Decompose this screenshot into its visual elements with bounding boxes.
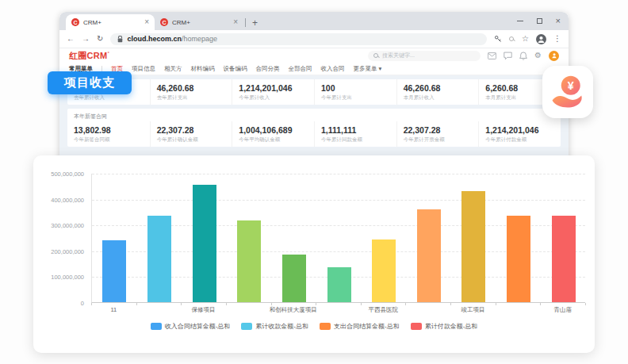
x-axis-tick — [136, 303, 137, 305]
maximize-icon[interactable] — [537, 18, 542, 24]
browser-tab-inactive[interactable]: C CRM+ × — [155, 14, 243, 30]
bar-6[interactable] — [372, 239, 396, 302]
x-tick-label: 保修项目 — [192, 306, 216, 314]
toolbar-icons: ☆ ⋮ — [494, 34, 561, 44]
y-tick-label: 0 — [33, 300, 84, 307]
legend-label: 支出合同结算金额-总和 — [334, 322, 400, 331]
tab-separator — [245, 18, 246, 27]
url-text: cloud.hecom.cn/homepage — [127, 35, 217, 43]
legend-label: 累计付款金额-总和 — [425, 322, 478, 331]
mail-icon[interactable] — [488, 52, 496, 59]
x-tick-label: 青山庙 — [553, 306, 572, 314]
legend-label: 累计收款金额-总和 — [255, 322, 308, 331]
bar-10[interactable] — [552, 216, 576, 302]
stat-label: 今年累计付款金额 — [485, 136, 554, 144]
bar-8[interactable] — [461, 191, 485, 302]
close-tab-icon[interactable]: × — [233, 18, 238, 26]
user-avatar[interactable] — [549, 51, 559, 61]
back-icon[interactable]: ← — [67, 35, 75, 43]
stat-label: 今年累计回款金额 — [321, 136, 390, 144]
search-placeholder: 搜索关键字... — [382, 52, 415, 59]
x-tick-label: 平西县医院 — [368, 306, 398, 314]
bar-7[interactable] — [417, 209, 441, 302]
reload-icon[interactable]: ↻ — [97, 35, 103, 43]
address-bar[interactable]: cloud.hecom.cn/homepage — [110, 33, 487, 45]
legend-swatch — [241, 323, 252, 330]
stat-label: 去年累计支出 — [157, 94, 226, 102]
crm-search-input[interactable]: 搜索关键字... — [368, 51, 481, 61]
stat-label: 今年累计支出 — [321, 94, 390, 102]
legend-item-1[interactable]: 累计收款金额-总和 — [241, 322, 308, 331]
lock-icon — [117, 36, 123, 43]
stat-cell-2: 1,004,106,689今年平均确认金额 — [232, 121, 314, 147]
nav-item-8[interactable]: 收入合同 — [321, 65, 345, 73]
project-income-expense-badge: 项目收支 — [48, 71, 132, 94]
stat-cell-2: 1,214,201,046今年累计收入 — [232, 79, 314, 105]
nav-item-5[interactable]: 设备编码 — [224, 65, 247, 73]
stat-label: 今年累计确认金额 — [157, 136, 226, 144]
y-tick-label: 400,000,000 — [33, 197, 84, 204]
window-close-icon[interactable]: × — [556, 17, 561, 25]
legend-item-3[interactable]: 累计付款金额-总和 — [411, 322, 478, 331]
bar-9[interactable] — [507, 216, 530, 302]
x-axis-tick — [540, 303, 541, 305]
bar-4[interactable] — [282, 255, 306, 302]
x-tick-label: 竣工项目 — [461, 306, 484, 314]
forward-icon[interactable]: → — [82, 35, 90, 43]
stat-value: 13,802.98 — [74, 125, 144, 135]
stat-label: 本月累计收入 — [404, 94, 473, 102]
browser-toolbar: ← → ↻ cloud.hecom.cn/homepage ☆ — [59, 30, 569, 48]
stat-label: 今年平均确认金额 — [239, 136, 308, 144]
legend-item-0[interactable]: 收入合同结算金额-总和 — [151, 322, 231, 331]
bookmark-star-icon[interactable]: ☆ — [522, 35, 529, 43]
nav-item-3[interactable]: 相关方 — [164, 65, 182, 73]
browser-window: C CRM+ × C CRM+ × + × ← → ↻ — [59, 12, 569, 168]
window-controls: × — [517, 12, 561, 30]
bar-2[interactable] — [193, 185, 216, 302]
browser-tab-active[interactable]: C CRM+ × — [66, 14, 155, 30]
legend-item-2[interactable]: 支出合同结算金额-总和 — [320, 322, 400, 331]
bell-icon[interactable] — [519, 52, 527, 60]
stat-value: 1,214,201,046 — [485, 125, 554, 135]
nav-item-4[interactable]: 材料编码 — [191, 65, 215, 73]
bar-0[interactable] — [102, 240, 126, 302]
browser-menu-icon[interactable]: ⋮ — [553, 35, 561, 43]
browser-tab-bar: C CRM+ × C CRM+ × + × — [59, 12, 569, 30]
stat-value: 46,260.68 — [157, 83, 226, 93]
profile-avatar-icon[interactable] — [536, 34, 546, 44]
chart-legend: 收入合同结算金额-总和累计收款金额-总和支出合同结算金额-总和累计付款金额-总和 — [33, 322, 595, 331]
settings-gear-icon[interactable]: ⚙ — [534, 52, 542, 59]
search-zoom-icon[interactable] — [509, 36, 515, 42]
stat-cell-4: 22,307.28今年累计开票金额 — [396, 121, 479, 147]
bar-3[interactable] — [237, 220, 261, 302]
nav-item-6[interactable]: 合同分类 — [256, 65, 280, 73]
stat-label: 今年累计开票金额 — [404, 136, 473, 144]
stat-label: 今年累计收入 — [239, 94, 308, 102]
x-axis-tick — [271, 303, 272, 305]
key-icon[interactable] — [494, 35, 502, 43]
bar-5[interactable] — [327, 267, 351, 302]
stat-value: 1,004,106,689 — [239, 125, 308, 135]
legend-label: 收入合同结算金额-总和 — [165, 322, 231, 331]
bar-1[interactable] — [147, 216, 171, 302]
minimize-icon[interactable] — [517, 21, 523, 21]
search-icon — [373, 53, 379, 59]
stat-value: 1,111,111 — [321, 125, 390, 135]
stat-cell-1: 22,307.28今年累计确认金额 — [150, 121, 232, 147]
section-title: 本年新签合同 — [67, 110, 561, 121]
stat-cell-3: 100今年累计支出 — [314, 79, 396, 105]
nav-item-2[interactable]: 项目信息 — [132, 65, 155, 73]
crm-favicon-icon: C — [71, 18, 79, 26]
bar-chart-plot — [91, 174, 585, 303]
new-tab-button[interactable]: + — [249, 17, 261, 29]
close-tab-icon[interactable]: × — [144, 18, 149, 26]
income-expense-feature-card: ¥ — [542, 66, 593, 118]
chat-icon[interactable] — [504, 52, 512, 59]
stat-label: 今年新签合同额 — [74, 136, 144, 144]
crm-logo: 红圈CRM° — [69, 50, 109, 62]
x-axis-tick — [181, 303, 182, 305]
legend-swatch — [411, 323, 422, 330]
nav-item-9[interactable]: 更多菜单 ▾ — [354, 65, 382, 73]
nav-item-7[interactable]: 全部合同 — [289, 65, 312, 73]
y-tick-label: 300,000,000 — [33, 222, 84, 229]
